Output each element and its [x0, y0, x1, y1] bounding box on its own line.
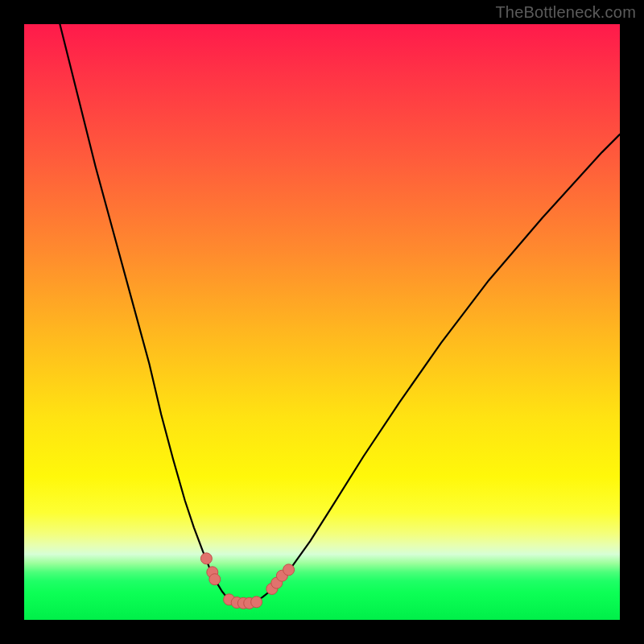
chart-frame: TheBottleneck.com	[0, 0, 644, 644]
curve-group	[60, 24, 620, 603]
data-marker	[283, 564, 295, 576]
plot-area	[24, 24, 620, 620]
marker-group	[200, 553, 294, 609]
curve-layer	[24, 24, 620, 620]
data-marker	[209, 574, 221, 585]
bottleneck-curve	[60, 24, 620, 603]
data-marker	[200, 553, 212, 564]
watermark-text: TheBottleneck.com	[495, 3, 636, 22]
data-marker	[251, 597, 262, 608]
